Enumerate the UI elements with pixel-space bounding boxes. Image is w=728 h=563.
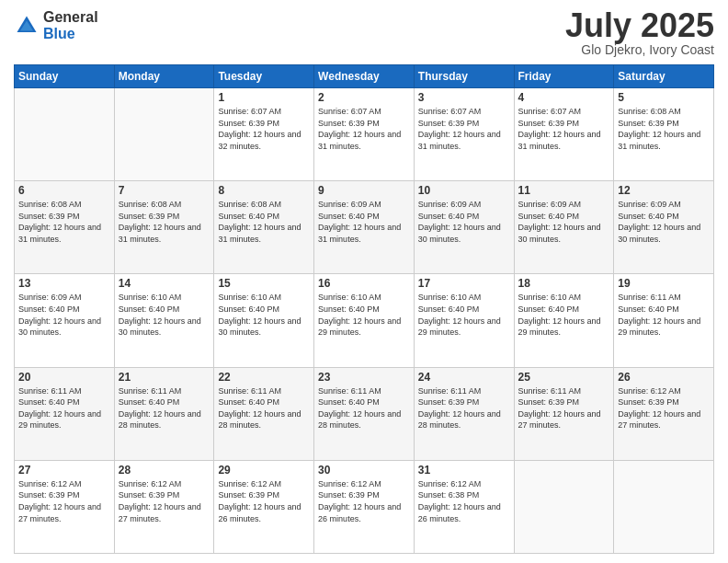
day-info: Sunrise: 6:08 AM Sunset: 6:40 PM Dayligh… (218, 199, 310, 245)
day-number: 14 (119, 277, 210, 290)
day-number: 19 (618, 277, 710, 290)
day-info: Sunrise: 6:10 AM Sunset: 6:40 PM Dayligh… (318, 292, 410, 338)
day-info: Sunrise: 6:12 AM Sunset: 6:39 PM Dayligh… (318, 478, 410, 524)
day-number: 9 (318, 184, 410, 197)
day-info: Sunrise: 6:12 AM Sunset: 6:38 PM Dayligh… (418, 478, 510, 524)
day-number: 24 (418, 371, 510, 384)
calendar-day: 18Sunrise: 6:10 AM Sunset: 6:40 PM Dayli… (514, 274, 614, 367)
day-number: 6 (18, 184, 110, 197)
calendar-header-sunday: Sunday (15, 65, 115, 88)
calendar-day: 14Sunrise: 6:10 AM Sunset: 6:40 PM Dayli… (114, 274, 214, 367)
logo-blue-text: Blue (43, 26, 98, 42)
calendar-day: 30Sunrise: 6:12 AM Sunset: 6:39 PM Dayli… (314, 460, 415, 553)
calendar-day: 31Sunrise: 6:12 AM Sunset: 6:38 PM Dayli… (414, 460, 514, 553)
calendar-header-saturday: Saturday (614, 65, 714, 88)
calendar-day: 13Sunrise: 6:09 AM Sunset: 6:40 PM Dayli… (15, 274, 115, 367)
calendar-day: 1Sunrise: 6:07 AM Sunset: 6:39 PM Daylig… (214, 88, 314, 181)
day-info: Sunrise: 6:09 AM Sunset: 6:40 PM Dayligh… (518, 199, 610, 245)
day-info: Sunrise: 6:07 AM Sunset: 6:39 PM Dayligh… (418, 106, 510, 152)
calendar-header-friday: Friday (514, 65, 614, 88)
calendar-header-tuesday: Tuesday (214, 65, 314, 88)
day-number: 20 (18, 371, 110, 384)
day-number: 26 (618, 371, 710, 384)
title-location: Glo Djekro, Ivory Coast (565, 42, 714, 57)
calendar-day: 17Sunrise: 6:10 AM Sunset: 6:40 PM Dayli… (414, 274, 514, 367)
day-info: Sunrise: 6:12 AM Sunset: 6:39 PM Dayligh… (119, 478, 210, 524)
calendar-day (514, 460, 614, 553)
day-info: Sunrise: 6:11 AM Sunset: 6:40 PM Dayligh… (18, 385, 110, 431)
calendar-header-thursday: Thursday (414, 65, 514, 88)
day-info: Sunrise: 6:07 AM Sunset: 6:39 PM Dayligh… (318, 106, 410, 152)
calendar-day: 19Sunrise: 6:11 AM Sunset: 6:40 PM Dayli… (614, 274, 714, 367)
logo-general-text: General (43, 9, 98, 26)
logo-icon (14, 13, 40, 39)
calendar-day: 23Sunrise: 6:11 AM Sunset: 6:40 PM Dayli… (314, 367, 415, 460)
calendar-day (15, 88, 115, 181)
calendar-day: 12Sunrise: 6:09 AM Sunset: 6:40 PM Dayli… (614, 181, 714, 274)
day-info: Sunrise: 6:08 AM Sunset: 6:39 PM Dayligh… (18, 199, 110, 245)
calendar-day: 9Sunrise: 6:09 AM Sunset: 6:40 PM Daylig… (314, 181, 415, 274)
calendar-day: 6Sunrise: 6:08 AM Sunset: 6:39 PM Daylig… (15, 181, 115, 274)
day-number: 12 (618, 184, 710, 197)
day-info: Sunrise: 6:09 AM Sunset: 6:40 PM Dayligh… (618, 199, 710, 245)
day-number: 5 (618, 91, 710, 104)
calendar-day: 26Sunrise: 6:12 AM Sunset: 6:39 PM Dayli… (614, 367, 714, 460)
day-info: Sunrise: 6:10 AM Sunset: 6:40 PM Dayligh… (518, 292, 610, 338)
day-number: 25 (518, 371, 610, 384)
day-info: Sunrise: 6:10 AM Sunset: 6:40 PM Dayligh… (119, 292, 210, 338)
day-info: Sunrise: 6:12 AM Sunset: 6:39 PM Dayligh… (18, 478, 110, 524)
calendar-header-row: SundayMondayTuesdayWednesdayThursdayFrid… (15, 65, 714, 88)
calendar-day: 25Sunrise: 6:11 AM Sunset: 6:39 PM Dayli… (514, 367, 614, 460)
day-number: 4 (518, 91, 610, 104)
logo: General Blue (14, 9, 98, 41)
day-info: Sunrise: 6:11 AM Sunset: 6:40 PM Dayligh… (218, 385, 310, 431)
day-number: 16 (318, 277, 410, 290)
day-number: 29 (218, 464, 310, 477)
day-number: 28 (119, 464, 210, 477)
day-number: 21 (119, 371, 210, 384)
day-number: 18 (518, 277, 610, 290)
calendar-day (614, 460, 714, 553)
day-number: 11 (518, 184, 610, 197)
day-info: Sunrise: 6:11 AM Sunset: 6:39 PM Dayligh… (418, 385, 510, 431)
day-info: Sunrise: 6:10 AM Sunset: 6:40 PM Dayligh… (418, 292, 510, 338)
day-number: 23 (318, 371, 410, 384)
day-info: Sunrise: 6:09 AM Sunset: 6:40 PM Dayligh… (418, 199, 510, 245)
day-info: Sunrise: 6:12 AM Sunset: 6:39 PM Dayligh… (218, 478, 310, 524)
day-info: Sunrise: 6:08 AM Sunset: 6:39 PM Dayligh… (119, 199, 210, 245)
day-number: 15 (218, 277, 310, 290)
calendar-day: 4Sunrise: 6:07 AM Sunset: 6:39 PM Daylig… (514, 88, 614, 181)
page: General Blue July 2025 Glo Djekro, Ivory… (0, 0, 728, 563)
day-number: 3 (418, 91, 510, 104)
calendar-week-row: 6Sunrise: 6:08 AM Sunset: 6:39 PM Daylig… (15, 181, 714, 274)
day-number: 2 (318, 91, 410, 104)
day-info: Sunrise: 6:12 AM Sunset: 6:39 PM Dayligh… (618, 385, 710, 431)
title-block: July 2025 Glo Djekro, Ivory Coast (565, 9, 714, 57)
calendar-week-row: 13Sunrise: 6:09 AM Sunset: 6:40 PM Dayli… (15, 274, 714, 367)
calendar-day: 27Sunrise: 6:12 AM Sunset: 6:39 PM Dayli… (15, 460, 115, 553)
title-month: July 2025 (565, 9, 714, 42)
calendar-day: 29Sunrise: 6:12 AM Sunset: 6:39 PM Dayli… (214, 460, 314, 553)
calendar-header-monday: Monday (114, 65, 214, 88)
calendar-day: 15Sunrise: 6:10 AM Sunset: 6:40 PM Dayli… (214, 274, 314, 367)
calendar-header-wednesday: Wednesday (314, 65, 415, 88)
day-info: Sunrise: 6:11 AM Sunset: 6:40 PM Dayligh… (318, 385, 410, 431)
calendar-week-row: 1Sunrise: 6:07 AM Sunset: 6:39 PM Daylig… (15, 88, 714, 181)
day-number: 7 (119, 184, 210, 197)
day-info: Sunrise: 6:09 AM Sunset: 6:40 PM Dayligh… (318, 199, 410, 245)
calendar-table: SundayMondayTuesdayWednesdayThursdayFrid… (14, 64, 714, 554)
day-info: Sunrise: 6:07 AM Sunset: 6:39 PM Dayligh… (218, 106, 310, 152)
day-info: Sunrise: 6:08 AM Sunset: 6:39 PM Dayligh… (618, 106, 710, 152)
calendar-week-row: 20Sunrise: 6:11 AM Sunset: 6:40 PM Dayli… (15, 367, 714, 460)
day-info: Sunrise: 6:11 AM Sunset: 6:40 PM Dayligh… (119, 385, 210, 431)
day-info: Sunrise: 6:10 AM Sunset: 6:40 PM Dayligh… (218, 292, 310, 338)
day-number: 10 (418, 184, 510, 197)
calendar-day: 22Sunrise: 6:11 AM Sunset: 6:40 PM Dayli… (214, 367, 314, 460)
calendar-day: 21Sunrise: 6:11 AM Sunset: 6:40 PM Dayli… (114, 367, 214, 460)
day-number: 1 (218, 91, 310, 104)
calendar-day: 8Sunrise: 6:08 AM Sunset: 6:40 PM Daylig… (214, 181, 314, 274)
calendar-day: 28Sunrise: 6:12 AM Sunset: 6:39 PM Dayli… (114, 460, 214, 553)
calendar-day: 10Sunrise: 6:09 AM Sunset: 6:40 PM Dayli… (414, 181, 514, 274)
calendar-day: 20Sunrise: 6:11 AM Sunset: 6:40 PM Dayli… (15, 367, 115, 460)
day-info: Sunrise: 6:11 AM Sunset: 6:39 PM Dayligh… (518, 385, 610, 431)
